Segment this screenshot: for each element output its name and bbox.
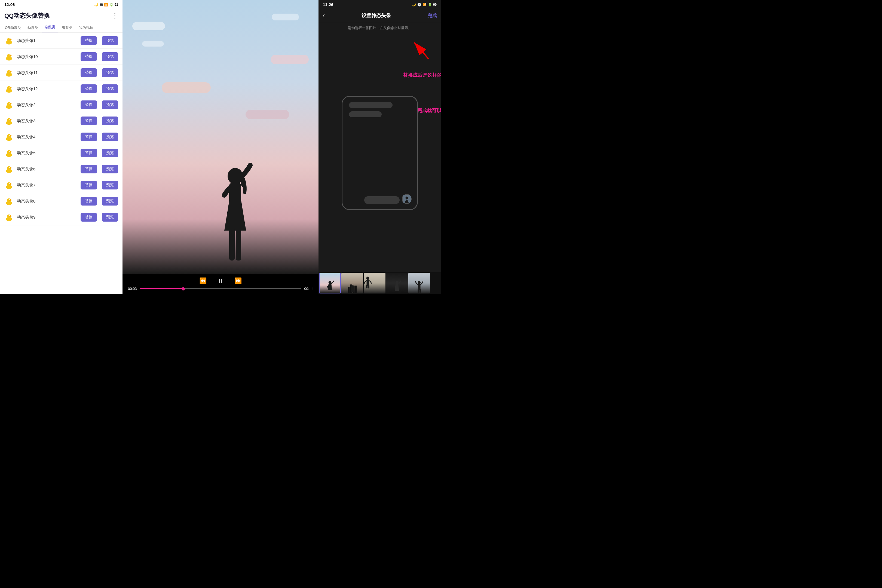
progress-fill xyxy=(140,288,183,290)
clock-icon: 🕐 xyxy=(417,3,422,6)
preview-btn-5[interactable]: 预览 xyxy=(102,100,118,109)
preview-btn-2[interactable]: 预览 xyxy=(102,52,118,61)
item-name-11: 动态头像8 xyxy=(17,199,77,204)
list-item: 动态头像12 替换 预览 xyxy=(0,81,123,97)
cloud xyxy=(162,82,211,93)
playback-buttons: ⏪ ⏸ ⏩ xyxy=(128,278,313,285)
replace-btn-11[interactable]: 替换 xyxy=(81,197,97,206)
preview-btn-7[interactable]: 预览 xyxy=(102,133,118,141)
tab-anime[interactable]: 动漫类 xyxy=(25,23,41,32)
chat-row-right xyxy=(347,194,413,204)
duck-icon xyxy=(4,164,14,174)
video-controls: ⏪ ⏸ ⏩ 00:03 00:11 xyxy=(123,274,318,294)
thumbnail-strip[interactable] xyxy=(318,272,441,294)
preview-btn-9[interactable]: 预览 xyxy=(102,165,118,173)
preview-btn-3[interactable]: 预览 xyxy=(102,68,118,77)
replace-btn-2[interactable]: 替换 xyxy=(81,52,97,61)
tab-ghost[interactable]: 鬼畜类 xyxy=(59,23,75,32)
svg-point-34 xyxy=(10,135,10,136)
replace-btn-1[interactable]: 替换 xyxy=(81,36,97,45)
replace-btn-9[interactable]: 替换 xyxy=(81,165,97,173)
pause-button[interactable]: ⏸ xyxy=(218,278,224,285)
svg-point-49 xyxy=(10,183,10,184)
svg-rect-69 xyxy=(348,286,350,293)
menu-button[interactable]: ⋮ xyxy=(112,12,118,20)
time-left: 12:06 xyxy=(4,2,15,7)
preview-btn-12[interactable]: 预览 xyxy=(102,213,118,222)
thumbnail-2[interactable] xyxy=(341,273,363,294)
thumbnail-1[interactable] xyxy=(319,273,341,294)
tab-my-videos[interactable]: 我的视频 xyxy=(76,23,96,32)
cloud xyxy=(272,14,299,20)
progress-dot xyxy=(182,287,185,291)
list-item: 动态头像10 替换 预览 xyxy=(0,49,123,65)
svg-rect-77 xyxy=(366,285,368,288)
progress-track[interactable] xyxy=(140,288,302,290)
right-panel: 11:26 🌙 🕐 📶 🔋 69 ‹ 设置静态头像 完成 滑动选择一张图片，在头… xyxy=(318,0,441,294)
list-item: 动态头像7 替换 预览 xyxy=(0,177,123,193)
phone-screen xyxy=(342,97,417,209)
replace-btn-10[interactable]: 替换 xyxy=(81,181,97,189)
duck-icon xyxy=(4,68,14,77)
replace-btn-7[interactable]: 替换 xyxy=(81,133,97,141)
fast-forward-button[interactable]: ⏩ xyxy=(234,278,242,285)
svg-point-44 xyxy=(10,167,10,168)
preview-btn-6[interactable]: 预览 xyxy=(102,117,118,125)
right-title: 设置静态头像 xyxy=(362,12,391,19)
list-item: 动态头像8 替换 预览 xyxy=(0,193,123,209)
video-area[interactable] xyxy=(123,0,318,274)
preview-btn-8[interactable]: 预览 xyxy=(102,148,118,158)
svg-point-80 xyxy=(418,281,421,284)
item-name-8: 动态头像5 xyxy=(17,150,77,156)
silhouette-figure xyxy=(211,160,260,274)
item-name-5: 动态头像2 xyxy=(17,102,77,108)
back-button[interactable]: ‹ xyxy=(323,12,325,20)
preview-btn-4[interactable]: 预览 xyxy=(102,84,118,93)
svg-point-39 xyxy=(10,151,10,152)
replace-btn-12[interactable]: 替换 xyxy=(81,213,97,222)
preview-btn-11[interactable]: 预览 xyxy=(102,197,118,206)
time-end: 00:11 xyxy=(304,286,313,291)
item-name-2: 动态头像10 xyxy=(17,54,77,59)
status-bar-left: 12:06 🌙 ▤ 📶 🔋 61 xyxy=(0,0,123,9)
replace-btn-4[interactable]: 替换 xyxy=(81,84,97,93)
list-item: 动态头像1 替换 预览 xyxy=(0,33,123,49)
rewind-button[interactable]: ⏪ xyxy=(199,278,207,285)
preview-btn-10[interactable]: 预览 xyxy=(102,181,118,189)
replace-btn-5[interactable]: 替换 xyxy=(81,100,97,109)
svg-line-65 xyxy=(414,42,429,59)
signal-icon: 📶 xyxy=(104,3,108,6)
svg-rect-81 xyxy=(418,284,421,290)
list-item: 动态头像11 替换 预览 xyxy=(0,65,123,81)
red-arrow-icon xyxy=(411,39,433,61)
thumbnail-4[interactable] xyxy=(386,273,408,294)
cloud xyxy=(271,55,309,64)
svg-point-29 xyxy=(10,119,10,120)
tab-chaotic[interactable]: 杂乱类 xyxy=(42,22,58,32)
replace-btn-8[interactable]: 替换 xyxy=(81,148,97,158)
progress-row: 00:03 00:11 xyxy=(128,286,313,291)
svg-rect-72 xyxy=(354,285,357,293)
replace-btn-3[interactable]: 替换 xyxy=(81,68,97,77)
duck-icon xyxy=(4,36,14,45)
app-title: QQ动态头像替换 xyxy=(4,12,50,20)
thumbnail-5[interactable] xyxy=(408,273,430,294)
video-scene xyxy=(123,0,318,274)
svg-rect-74 xyxy=(351,285,354,292)
preview-btn-1[interactable]: 预览 xyxy=(102,36,118,45)
replace-btn-6[interactable]: 替换 xyxy=(81,117,97,125)
battery-right: 🔋 69 xyxy=(428,3,436,6)
svg-rect-63 xyxy=(236,228,241,261)
svg-point-9 xyxy=(10,55,10,55)
duck-icon xyxy=(4,180,14,190)
thumbnail-3[interactable] xyxy=(364,273,386,294)
duck-icon xyxy=(4,148,14,158)
chat-bubble xyxy=(349,111,382,117)
svg-point-24 xyxy=(10,103,10,104)
list-item: 动态头像3 替换 预览 xyxy=(0,113,123,129)
status-bar-right: 11:26 🌙 🕐 📶 🔋 69 xyxy=(318,0,441,9)
duck-icon xyxy=(4,52,14,61)
duck-icon xyxy=(4,84,14,93)
done-button[interactable]: 完成 xyxy=(428,12,436,19)
tab-or-anime[interactable]: OR动漫类 xyxy=(2,23,24,32)
